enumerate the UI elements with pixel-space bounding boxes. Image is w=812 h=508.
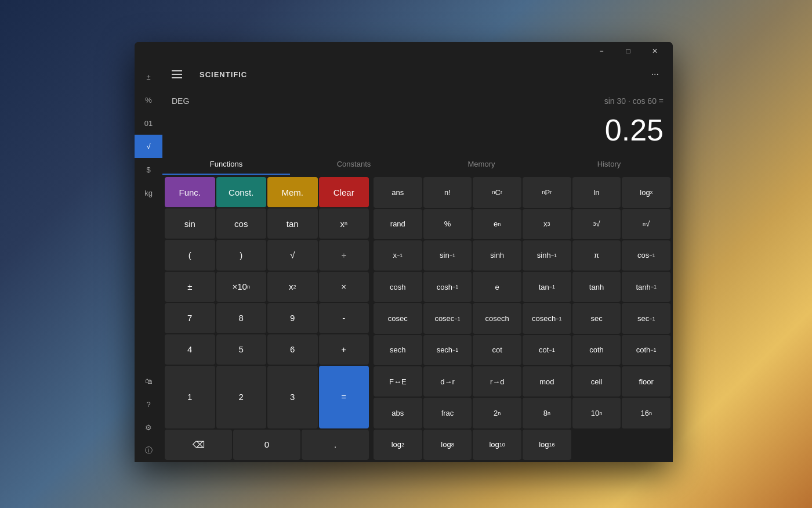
arccos-button[interactable]: cos−1 [622,240,670,271]
tab-memory[interactable]: Memory [418,154,545,175]
arccosech-button[interactable]: cosech−1 [523,303,571,333]
tab-constants[interactable]: Constants [290,154,418,175]
ncr-button[interactable]: nCr [473,177,521,207]
mem-button[interactable]: Mem. [267,177,318,207]
const-button[interactable]: Const. [216,177,267,207]
subtract-button[interactable]: - [319,303,369,333]
dot-button[interactable]: . [302,430,369,460]
cosec-button[interactable]: cosec [374,303,422,333]
pct-button[interactable]: % [423,209,472,239]
div-button[interactable]: ÷ [319,240,369,270]
log8-button[interactable]: log8 [423,430,472,460]
dtor-button[interactable]: d→r [423,366,472,397]
arctanh-button[interactable]: tanh−1 [622,272,670,302]
e-button[interactable]: e [473,272,521,302]
npr-button[interactable]: nPr [523,177,571,207]
mul-button[interactable]: × [319,272,369,302]
cubert-button[interactable]: 3√ [572,209,621,239]
equals-button[interactable]: = [319,366,369,428]
arccot-button[interactable]: cot−1 [523,335,571,365]
x3-button[interactable]: x3 [523,209,571,239]
lpar-button[interactable]: ( [165,240,215,270]
sidebar-icon-sqrt[interactable]: √ [135,135,162,158]
xn-button[interactable]: xn [319,208,369,239]
abs-button[interactable]: abs [374,398,422,428]
more-options-button[interactable]: ··· [647,67,664,82]
log16-button[interactable]: log16 [523,430,571,460]
plusminus-button[interactable]: ± [165,272,215,302]
pi-button[interactable]: π [572,240,621,271]
sidebar-icon-weight[interactable]: kg [135,181,162,204]
nrt-button[interactable]: n√ [622,209,670,239]
16n-button[interactable]: 16n [622,398,670,428]
sidebar-icon-info[interactable]: ⓘ [135,439,162,462]
en-button[interactable]: en [473,209,521,239]
rtod-button[interactable]: r→d [473,366,521,397]
coth-button[interactable]: coth [572,335,621,365]
maximize-button[interactable]: □ [615,42,641,60]
arcsec-button[interactable]: sec−1 [622,303,670,333]
arccosec-button[interactable]: cosec−1 [423,303,472,333]
4-button[interactable]: 4 [165,334,215,365]
2n-button[interactable]: 2n [473,398,521,428]
x2-button[interactable]: x2 [267,272,318,302]
sidebar-icon-shopping[interactable]: 🛍 [135,369,162,392]
cosh-button[interactable]: cosh [374,272,422,302]
sidebar-icon-percent[interactable]: % [135,88,162,111]
xinv-button[interactable]: x−1 [374,240,422,271]
3-button[interactable]: 3 [267,366,318,428]
deg-badge[interactable]: DEG [172,96,189,106]
cosech-button[interactable]: cosech [473,303,521,333]
6-button[interactable]: 6 [267,334,318,365]
sec-button[interactable]: sec [572,303,621,333]
add-button[interactable]: + [319,334,369,365]
log2-button[interactable]: log2 [374,430,422,460]
7-button[interactable]: 7 [165,303,215,333]
8n-button[interactable]: 8n [523,398,571,428]
arccosh-button[interactable]: cosh−1 [423,272,472,302]
hamburger-menu[interactable] [172,65,190,84]
2-button[interactable]: 2 [216,366,267,428]
sin-button[interactable]: sin [165,208,215,239]
clear-button[interactable]: Clear [319,177,369,207]
arctan-button[interactable]: tan−1 [523,272,571,302]
1-button[interactable]: 1 [165,366,215,428]
5-button[interactable]: 5 [216,334,267,365]
e10n-button[interactable]: ×10n [216,272,267,302]
ans-button[interactable]: ans [374,177,422,207]
ftoe-button[interactable]: F↔E [374,366,422,397]
ceil-button[interactable]: ceil [572,366,621,397]
9-button[interactable]: 9 [267,303,318,333]
frac-button[interactable]: frac [423,398,472,428]
arcsin-button[interactable]: sin−1 [423,240,472,271]
tab-functions[interactable]: Functions [162,154,290,175]
backspace-button[interactable]: ⌫ [165,430,232,460]
tan-button[interactable]: tan [267,208,318,239]
sidebar-icon-sign[interactable]: ± [135,65,162,88]
close-button[interactable]: ✕ [641,42,668,60]
10n-button[interactable]: 10n [572,398,621,428]
sidebar-icon-binary[interactable]: 01 [135,111,162,135]
sidebar-icon-currency[interactable]: $ [135,158,162,181]
cot-button[interactable]: cot [473,335,521,365]
ln-button[interactable]: ln [572,177,621,207]
tab-history[interactable]: History [545,154,673,175]
arccoth-button[interactable]: coth−1 [622,335,670,365]
minimize-button[interactable]: − [588,42,615,60]
rand-button[interactable]: rand [374,209,422,239]
sech-button[interactable]: sech [374,335,422,365]
logx-button[interactable]: logx [622,177,670,207]
tanh-button[interactable]: tanh [572,272,621,302]
0-button[interactable]: 0 [233,430,300,460]
func-button[interactable]: Func. [165,177,215,207]
sidebar-icon-settings[interactable]: ⚙ [135,416,162,439]
log10-button[interactable]: log10 [473,430,521,460]
rpar-button[interactable]: ) [216,240,267,270]
nfact-button[interactable]: n! [423,177,472,207]
mod-button[interactable]: mod [523,366,571,397]
sqrt-button[interactable]: √ [267,240,318,270]
floor-button[interactable]: floor [622,366,670,397]
sinh-button[interactable]: sinh [473,240,521,271]
sidebar-icon-help[interactable]: ? [135,392,162,416]
arcsinh-button[interactable]: sinh−1 [523,240,571,271]
